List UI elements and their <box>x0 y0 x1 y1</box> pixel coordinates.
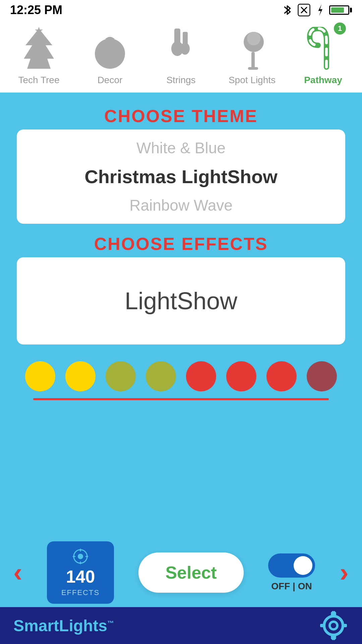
spot-lights-icon <box>232 25 272 72</box>
battery-icon <box>329 5 352 15</box>
tab-decor[interactable]: Decor <box>80 25 140 86</box>
charging-icon <box>316 3 324 17</box>
svg-marker-3 <box>318 4 323 16</box>
strings-icon <box>161 25 201 72</box>
color-dots-section <box>17 361 345 400</box>
effects-badge-text: EFFECTS <box>61 588 100 597</box>
nav-tabs: Tech Tree Decor Strings <box>0 20 362 93</box>
svg-rect-14 <box>251 52 255 69</box>
svg-point-17 <box>78 554 83 559</box>
svg-rect-28 <box>342 624 347 627</box>
toggle-label: OFF | ON <box>271 581 312 592</box>
effects-badge-icon <box>72 548 89 565</box>
dot-5 <box>186 361 216 391</box>
effects-badge-number: 140 <box>66 567 95 587</box>
color-slider[interactable] <box>33 398 329 400</box>
choose-theme-section: CHOOSE THEME White & Blue Christmas Ligh… <box>17 106 345 224</box>
main-content: CHOOSE THEME White & Blue Christmas Ligh… <box>0 93 362 414</box>
pathway-badge: 1 <box>334 22 346 35</box>
svg-point-13 <box>247 32 260 45</box>
theme-option-rainbow[interactable]: Rainbow Wave <box>129 194 233 217</box>
decor-icon <box>90 25 130 72</box>
dot-3 <box>106 361 136 391</box>
tab-tech-tree[interactable]: Tech Tree <box>9 25 69 86</box>
tab-pathway-label: Pathway <box>304 75 342 86</box>
pathway-icon: 1 <box>303 25 343 72</box>
bluetooth-icon <box>282 3 292 17</box>
toggle-knob <box>294 556 312 575</box>
effects-value: LightShow <box>125 287 237 315</box>
tech-tree-icon <box>19 25 59 72</box>
theme-picker[interactable]: White & Blue Christmas LightShow Rainbow… <box>17 129 345 224</box>
dot-4 <box>146 361 176 391</box>
svg-rect-27 <box>320 624 325 627</box>
svg-point-24 <box>331 623 336 628</box>
choose-effects-section: CHOOSE EFFECTS LightShow <box>17 234 345 344</box>
tab-spot-lights[interactable]: Spot Lights <box>222 25 282 86</box>
dot-6 <box>226 361 256 391</box>
next-arrow[interactable]: › <box>340 557 349 588</box>
tab-strings[interactable]: Strings <box>151 25 211 86</box>
effects-badge: 140 EFFECTS <box>47 541 114 604</box>
dot-7 <box>266 361 297 391</box>
status-icons <box>282 3 352 17</box>
x-icon <box>297 3 311 17</box>
color-dots <box>25 361 337 391</box>
theme-option-white-blue[interactable]: White & Blue <box>136 136 226 160</box>
select-button[interactable]: Select <box>138 552 243 593</box>
dot-8 <box>307 361 337 391</box>
bottom-controls: ‹ 140 EFFECTS Select OFF | ON › <box>0 541 362 604</box>
status-time: 12:25 PM <box>10 3 62 17</box>
footer: SmartLights™ <box>0 607 362 644</box>
status-bar: 12:25 PM <box>0 0 362 20</box>
footer-logo-smart: Smart <box>13 617 59 635</box>
tab-strings-label: Strings <box>166 75 195 86</box>
footer-gear[interactable] <box>318 610 349 641</box>
footer-tm: ™ <box>107 620 114 627</box>
theme-option-christmas[interactable]: Christmas LightShow <box>84 163 278 190</box>
dot-2 <box>65 361 96 391</box>
choose-effects-title: CHOOSE EFFECTS <box>17 234 345 254</box>
footer-logo-lights: Lights <box>59 617 107 635</box>
svg-point-11 <box>180 43 190 55</box>
tab-decor-label: Decor <box>98 75 123 86</box>
svg-marker-4 <box>24 29 54 69</box>
toggle-section: OFF | ON <box>268 553 315 592</box>
tab-pathway[interactable]: 1 Pathway <box>293 25 353 86</box>
effects-picker[interactable]: LightShow <box>17 257 345 344</box>
tab-spot-lights-label: Spot Lights <box>229 75 276 86</box>
tab-tech-tree-label: Tech Tree <box>18 75 60 86</box>
choose-theme-title: CHOOSE THEME <box>17 106 345 126</box>
footer-logo: SmartLights™ <box>13 616 114 635</box>
prev-arrow[interactable]: ‹ <box>13 557 22 588</box>
dot-1 <box>25 361 55 391</box>
svg-rect-15 <box>248 67 258 70</box>
toggle-switch[interactable] <box>268 553 315 578</box>
